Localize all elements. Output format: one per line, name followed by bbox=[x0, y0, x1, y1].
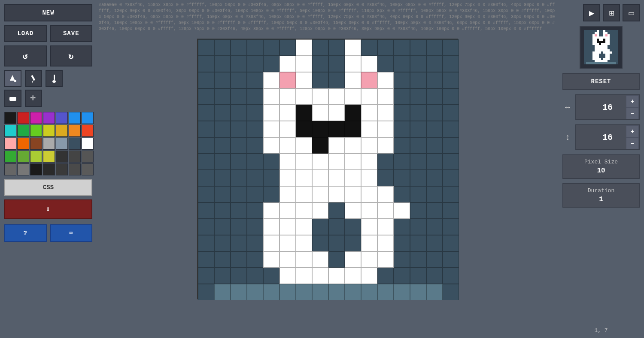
pixel-cell[interactable] bbox=[410, 121, 426, 137]
pixel-cell[interactable] bbox=[443, 88, 459, 105]
color-swatch[interactable] bbox=[69, 151, 81, 163]
pixel-cell[interactable] bbox=[247, 186, 263, 202]
pixel-cell[interactable] bbox=[377, 251, 394, 268]
pixel-cell[interactable] bbox=[214, 235, 231, 251]
pixel-cell[interactable] bbox=[377, 105, 394, 121]
pixel-cell[interactable] bbox=[296, 88, 312, 105]
download-button[interactable]: ⬇ bbox=[4, 199, 92, 219]
pixel-cell[interactable] bbox=[426, 235, 443, 251]
pixel-cell[interactable] bbox=[410, 56, 426, 72]
pixel-cell[interactable] bbox=[443, 137, 459, 154]
pixel-cell[interactable] bbox=[198, 56, 214, 72]
pixel-cell[interactable] bbox=[279, 268, 296, 284]
keyboard-button[interactable]: ⌨ bbox=[50, 224, 93, 242]
pixel-cell[interactable] bbox=[361, 284, 377, 300]
pixel-cell[interactable] bbox=[231, 202, 247, 219]
pixel-cell[interactable] bbox=[279, 39, 296, 56]
pixel-cell[interactable] bbox=[410, 268, 426, 284]
color-swatch[interactable] bbox=[43, 163, 55, 175]
pixel-cell[interactable] bbox=[296, 202, 312, 219]
pixel-cell[interactable] bbox=[328, 219, 345, 235]
pixel-cell[interactable] bbox=[361, 219, 377, 235]
pixel-cell[interactable] bbox=[198, 202, 214, 219]
pixel-cell[interactable] bbox=[263, 219, 279, 235]
pixel-cell[interactable] bbox=[312, 105, 328, 121]
pixel-cell[interactable] bbox=[345, 251, 361, 268]
pixel-cell[interactable] bbox=[361, 137, 377, 154]
pixel-cell[interactable] bbox=[279, 186, 296, 202]
pixel-cell[interactable] bbox=[328, 235, 345, 251]
load-button[interactable]: LOAD bbox=[4, 25, 47, 42]
pixel-cell[interactable] bbox=[247, 88, 263, 105]
pixel-cell[interactable] bbox=[198, 137, 214, 154]
pixel-cell[interactable] bbox=[361, 105, 377, 121]
pixel-cell[interactable] bbox=[426, 170, 443, 186]
pixel-cell[interactable] bbox=[247, 202, 263, 219]
pixel-cell[interactable] bbox=[410, 39, 426, 56]
pixel-cell[interactable] bbox=[263, 137, 279, 154]
pixel-cell[interactable] bbox=[231, 105, 247, 121]
pixel-cell[interactable] bbox=[214, 121, 231, 137]
new-button[interactable]: NEW bbox=[4, 4, 92, 21]
pixel-cell[interactable] bbox=[443, 235, 459, 251]
pixel-cell[interactable] bbox=[443, 284, 459, 300]
pixel-cell[interactable] bbox=[426, 39, 443, 56]
height-plus-button[interactable]: + bbox=[626, 125, 639, 137]
pixel-cell[interactable] bbox=[377, 137, 394, 154]
pixel-cell[interactable] bbox=[394, 121, 410, 137]
pixel-cell[interactable] bbox=[231, 56, 247, 72]
pixel-cell[interactable] bbox=[377, 202, 394, 219]
pixel-cell[interactable] bbox=[394, 235, 410, 251]
pixel-cell[interactable] bbox=[328, 170, 345, 186]
pixel-cell[interactable] bbox=[345, 121, 361, 137]
pixel-cell[interactable] bbox=[377, 186, 394, 202]
pixel-cell[interactable] bbox=[394, 186, 410, 202]
pixel-cell[interactable] bbox=[443, 154, 459, 170]
pixel-cell[interactable] bbox=[231, 170, 247, 186]
pixel-cell[interactable] bbox=[394, 170, 410, 186]
pixel-cell[interactable] bbox=[296, 235, 312, 251]
pixel-cell[interactable] bbox=[345, 235, 361, 251]
pixel-cell[interactable] bbox=[345, 72, 361, 88]
pixel-cell[interactable] bbox=[345, 39, 361, 56]
color-swatch[interactable] bbox=[43, 151, 55, 163]
pixel-cell[interactable] bbox=[296, 186, 312, 202]
pixel-cell[interactable] bbox=[328, 39, 345, 56]
color-swatch[interactable] bbox=[4, 163, 16, 175]
pixel-canvas[interactable] bbox=[197, 39, 458, 299]
pixel-cell[interactable] bbox=[296, 56, 312, 72]
eraser-tool[interactable] bbox=[4, 90, 21, 107]
pixel-cell[interactable] bbox=[214, 186, 231, 202]
pixel-cell[interactable] bbox=[426, 202, 443, 219]
color-swatch[interactable] bbox=[17, 151, 29, 163]
pixel-cell[interactable] bbox=[231, 268, 247, 284]
pixel-cell[interactable] bbox=[231, 137, 247, 154]
pixel-cell[interactable] bbox=[361, 88, 377, 105]
pixel-cell[interactable] bbox=[198, 186, 214, 202]
pixel-cell[interactable] bbox=[394, 105, 410, 121]
pixel-cell[interactable] bbox=[214, 170, 231, 186]
pixel-cell[interactable] bbox=[263, 72, 279, 88]
pixel-cell[interactable] bbox=[328, 186, 345, 202]
pixel-cell[interactable] bbox=[361, 235, 377, 251]
pixel-cell[interactable] bbox=[328, 284, 345, 300]
pixel-cell[interactable] bbox=[231, 219, 247, 235]
pencil-tool[interactable] bbox=[25, 70, 42, 87]
save-button[interactable]: SAVE bbox=[50, 25, 93, 42]
pixel-cell[interactable] bbox=[198, 121, 214, 137]
pixel-cell[interactable] bbox=[426, 105, 443, 121]
color-swatch[interactable] bbox=[17, 138, 29, 150]
pixel-cell[interactable] bbox=[247, 137, 263, 154]
pixel-cell[interactable] bbox=[214, 268, 231, 284]
pixel-cell[interactable] bbox=[443, 170, 459, 186]
color-swatch[interactable] bbox=[17, 112, 29, 124]
pixel-cell[interactable] bbox=[214, 72, 231, 88]
pixel-cell[interactable] bbox=[214, 39, 231, 56]
pixel-cell[interactable] bbox=[328, 56, 345, 72]
color-swatch[interactable] bbox=[17, 163, 29, 175]
pixel-cell[interactable] bbox=[214, 137, 231, 154]
pixel-cell[interactable] bbox=[231, 88, 247, 105]
color-swatch[interactable] bbox=[82, 151, 94, 163]
pixel-cell[interactable] bbox=[361, 268, 377, 284]
pixel-cell[interactable] bbox=[214, 105, 231, 121]
